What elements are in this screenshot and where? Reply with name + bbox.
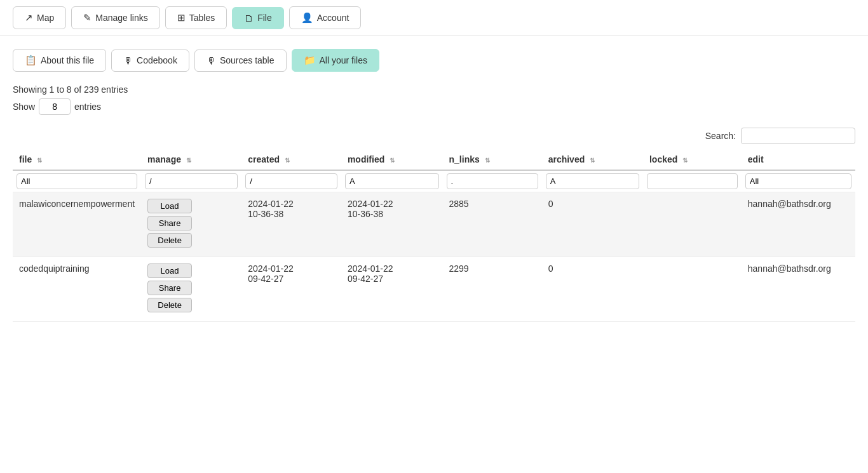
main-content: Showing 1 to 8 of 239 entries Show entri… xyxy=(0,78,868,335)
nav-manage-links[interactable]: ✎ Manage links xyxy=(71,6,160,29)
cell-manage: LoadShareDelete xyxy=(141,192,241,257)
nav-file-label: File xyxy=(257,13,272,23)
tables-icon: ⊞ xyxy=(177,12,186,23)
cell-edit: hannah@bathsdr.org xyxy=(742,192,855,257)
filter-archived-cell xyxy=(542,170,643,192)
action-load-button[interactable]: Load xyxy=(147,199,192,213)
filter-created-cell xyxy=(241,170,341,192)
cell-manage: LoadShareDelete xyxy=(141,257,241,322)
subnav-sources-table[interactable]: 🎙 Sources table xyxy=(194,50,287,72)
sort-file-icon[interactable]: ⇅ xyxy=(37,157,42,164)
search-input[interactable] xyxy=(741,128,855,144)
subnav-all-your-files[interactable]: 📁 All your files xyxy=(292,49,379,72)
account-icon: 👤 xyxy=(301,12,313,23)
entries-info: Showing 1 to 8 of 239 entries xyxy=(13,84,855,95)
table-row: malawiconcernempowermentLoadShareDelete2… xyxy=(13,192,855,257)
subnav-about-label: About this file xyxy=(41,55,94,65)
action-share-button[interactable]: Share xyxy=(147,281,192,295)
nav-map[interactable]: ↗ Map xyxy=(13,6,66,29)
nav-manage-links-label: Manage links xyxy=(95,13,148,23)
col-n-links[interactable]: n_links ⇅ xyxy=(443,149,542,170)
show-label: Show xyxy=(13,102,35,112)
cell-nlinks: 2299 xyxy=(443,257,542,322)
col-modified[interactable]: modified ⇅ xyxy=(341,149,443,170)
cell-archived: 0 xyxy=(542,257,643,322)
entries-label: entries xyxy=(74,102,101,112)
subnav-about-this-file[interactable]: 📋 About this file xyxy=(13,49,106,72)
codebook-icon: 🎙 xyxy=(123,55,133,66)
sources-icon: 🎙 xyxy=(207,55,216,66)
action-delete-button[interactable]: Delete xyxy=(147,298,192,312)
col-file[interactable]: file ⇅ xyxy=(13,149,141,170)
cell-locked xyxy=(643,257,742,322)
filter-locked-cell xyxy=(643,170,742,192)
filter-nlinks-cell xyxy=(443,170,542,192)
map-icon: ↗ xyxy=(25,12,33,23)
col-edit[interactable]: edit xyxy=(742,149,855,170)
filter-manage-cell xyxy=(141,170,241,192)
action-load-button[interactable]: Load xyxy=(147,263,192,278)
sort-created-icon[interactable]: ⇅ xyxy=(285,157,290,164)
cell-modified: 2024-01-22 10-36-38 xyxy=(341,192,443,257)
filter-modified-input[interactable] xyxy=(345,173,439,189)
table-header-row: file ⇅ manage ⇅ created ⇅ modified ⇅ n_l… xyxy=(13,149,855,170)
filter-edit-cell xyxy=(742,170,855,192)
sort-modified-icon[interactable]: ⇅ xyxy=(390,157,395,164)
cell-locked xyxy=(643,192,742,257)
col-manage[interactable]: manage ⇅ xyxy=(141,149,241,170)
cell-created: 2024-01-22 09-42-27 xyxy=(241,257,341,322)
search-label: Search: xyxy=(705,131,736,141)
top-nav: ↗ Map ✎ Manage links ⊞ Tables 🗋 File 👤 A… xyxy=(0,0,868,36)
about-icon: 📋 xyxy=(25,55,37,66)
filter-modified-cell xyxy=(341,170,443,192)
sort-archived-icon[interactable]: ⇅ xyxy=(590,157,595,164)
sort-locked-icon[interactable]: ⇅ xyxy=(682,157,688,164)
table-row: codedquiptrainingLoadShareDelete2024-01-… xyxy=(13,257,855,322)
cell-nlinks: 2885 xyxy=(443,192,542,257)
cell-modified: 2024-01-22 09-42-27 xyxy=(341,257,443,322)
subnav-sources-label: Sources table xyxy=(220,55,275,65)
cell-file: malawiconcernempowerment xyxy=(13,192,141,257)
nav-tables[interactable]: ⊞ Tables xyxy=(165,6,227,29)
cell-edit: hannah@bathsdr.org xyxy=(742,257,855,322)
search-bar: Search: xyxy=(13,128,855,144)
action-delete-button[interactable]: Delete xyxy=(147,233,192,248)
filter-archived-input[interactable] xyxy=(546,173,639,189)
cell-archived: 0 xyxy=(542,192,643,257)
folder-icon: 📁 xyxy=(304,55,316,66)
nav-account[interactable]: 👤 Account xyxy=(289,6,362,29)
col-locked[interactable]: locked ⇅ xyxy=(643,149,742,170)
cell-created: 2024-01-22 10-36-38 xyxy=(241,192,341,257)
action-share-button[interactable]: Share xyxy=(147,216,192,230)
file-icon: 🗋 xyxy=(244,13,254,23)
manage-links-icon: ✎ xyxy=(83,12,92,23)
filter-nlinks-input[interactable] xyxy=(447,173,538,189)
subnav-codebook[interactable]: 🎙 Codebook xyxy=(111,50,189,72)
sort-manage-icon[interactable]: ⇅ xyxy=(186,157,191,164)
nav-tables-label: Tables xyxy=(189,13,215,23)
filter-created-input[interactable] xyxy=(245,173,337,189)
col-archived[interactable]: archived ⇅ xyxy=(542,149,643,170)
nav-file[interactable]: 🗋 File xyxy=(232,7,284,29)
sort-nlinks-icon[interactable]: ⇅ xyxy=(485,157,490,164)
filter-edit-input[interactable] xyxy=(745,173,851,189)
filter-row xyxy=(13,170,855,192)
sub-nav: 📋 About this file 🎙 Codebook 🎙 Sources t… xyxy=(0,36,868,78)
subnav-all-files-label: All your files xyxy=(320,55,367,65)
show-entries-input[interactable] xyxy=(39,98,71,115)
subnav-codebook-label: Codebook xyxy=(137,55,177,65)
filter-locked-input[interactable] xyxy=(647,173,738,189)
col-created[interactable]: created ⇅ xyxy=(241,149,341,170)
cell-file: codedquiptraining xyxy=(13,257,141,322)
show-entries-row: Show entries xyxy=(13,98,855,115)
filter-manage-input[interactable] xyxy=(145,173,238,189)
data-table: file ⇅ manage ⇅ created ⇅ modified ⇅ n_l… xyxy=(13,149,855,322)
nav-account-label: Account xyxy=(317,13,349,23)
filter-file-input[interactable] xyxy=(17,173,137,189)
filter-file-cell xyxy=(13,170,141,192)
nav-map-label: Map xyxy=(37,13,54,23)
